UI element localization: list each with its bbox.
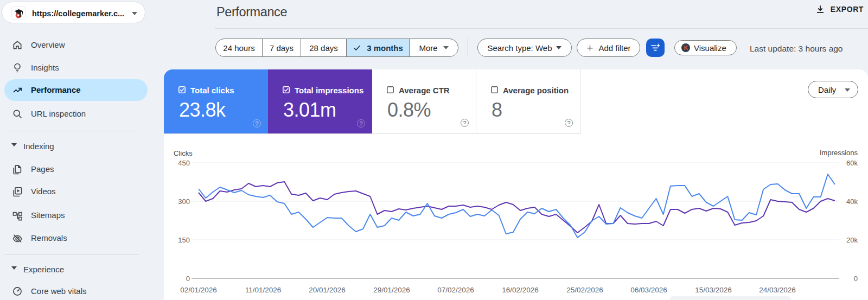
svg-text:40k: 40k bbox=[846, 197, 858, 206]
svg-text:0: 0 bbox=[186, 275, 190, 283]
svg-text:300: 300 bbox=[178, 197, 190, 206]
svg-text:20/01/2026: 20/01/2026 bbox=[309, 286, 346, 294]
svg-text:06/03/2026: 06/03/2026 bbox=[630, 286, 667, 294]
svg-text:60k: 60k bbox=[846, 159, 858, 167]
svg-text:24/03/2026: 24/03/2026 bbox=[759, 286, 796, 294]
svg-text:15/03/2026: 15/03/2026 bbox=[695, 286, 732, 294]
svg-text:450: 450 bbox=[178, 159, 190, 167]
svg-text:29/01/2026: 29/01/2026 bbox=[373, 286, 410, 294]
svg-text:150: 150 bbox=[178, 236, 190, 244]
svg-text:25/02/2026: 25/02/2026 bbox=[566, 286, 603, 294]
svg-text:07/02/2026: 07/02/2026 bbox=[437, 286, 474, 294]
svg-text:Impressions: Impressions bbox=[820, 149, 858, 157]
svg-text:02/01/2026: 02/01/2026 bbox=[180, 286, 217, 294]
svg-text:20k: 20k bbox=[846, 236, 858, 244]
svg-text:0: 0 bbox=[854, 275, 858, 283]
svg-text:Clicks: Clicks bbox=[174, 149, 193, 157]
svg-text:16/02/2026: 16/02/2026 bbox=[502, 286, 539, 294]
svg-text:11/01/2026: 11/01/2026 bbox=[245, 286, 282, 294]
